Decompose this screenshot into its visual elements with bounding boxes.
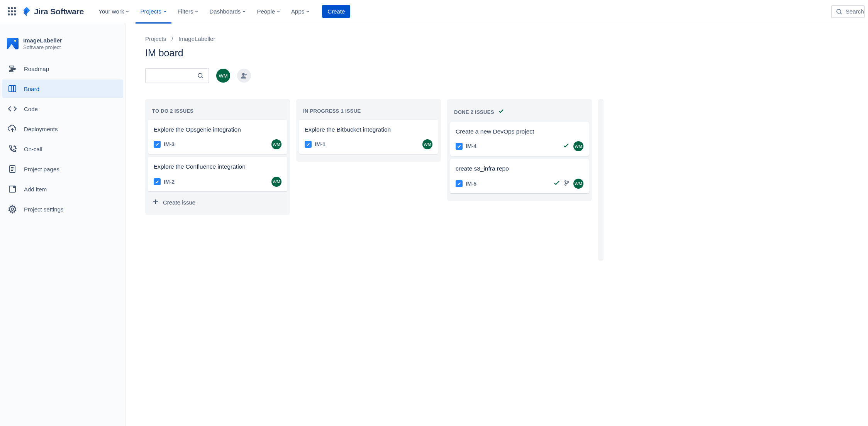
issue-key: IM-3 — [164, 141, 175, 147]
nav-item-people[interactable]: People — [251, 6, 286, 17]
sidebar-item-roadmap[interactable]: Roadmap — [2, 59, 123, 78]
sidebar-item-label: Add item — [24, 186, 47, 193]
sidebar-item-label: Roadmap — [24, 66, 49, 72]
create-button[interactable]: Create — [322, 5, 350, 18]
add-person-icon — [240, 72, 248, 79]
assignee-avatar[interactable]: WM — [573, 179, 583, 189]
column-title: IN PROGRESS 1 ISSUE — [303, 108, 361, 114]
nav-item-label: Filters — [178, 8, 193, 15]
svg-line-18 — [202, 77, 203, 78]
board-controls: WM — [145, 68, 868, 83]
svg-line-1 — [840, 13, 841, 14]
breadcrumb-projects[interactable]: Projects — [145, 36, 166, 42]
search-icon — [197, 72, 204, 79]
nav-item-apps[interactable]: Apps — [286, 6, 315, 17]
task-type-icon — [456, 180, 463, 187]
issue-card[interactable]: Create a new DevOps projectIM-4WM — [450, 122, 589, 156]
sidebar-item-board[interactable]: Board — [2, 79, 123, 98]
global-search-input[interactable]: Search — [831, 5, 865, 18]
svg-point-0 — [837, 9, 841, 14]
board-icon — [8, 84, 17, 93]
svg-point-10 — [15, 148, 16, 149]
column-title: TO DO 2 ISSUES — [152, 108, 193, 114]
column-title: DONE 2 ISSUES — [454, 109, 494, 115]
pages-icon — [8, 164, 17, 174]
breadcrumb-project[interactable]: ImageLabeller — [178, 36, 215, 42]
assignee-avatar[interactable]: WM — [271, 139, 281, 149]
column-to-do: TO DO 2 ISSUESExplore the Opsgenie integ… — [145, 99, 290, 215]
sidebar-nav: RoadmapBoardCodeDeploymentsOn-callProjec… — [0, 59, 125, 218]
issue-card[interactable]: Explore the Bitbucket integrationIM-1WM — [299, 120, 438, 154]
task-type-icon — [456, 143, 463, 150]
nav-item-label: Apps — [291, 8, 304, 15]
done-check-icon — [563, 142, 570, 150]
top-navigation: Jira Software Your workProjectsFiltersDa… — [0, 0, 868, 23]
done-column-check-icon — [498, 108, 504, 116]
issue-title: Explore the Confluence integration — [154, 162, 281, 171]
issue-card[interactable]: Explore the Confluence integrationIM-2WM — [148, 157, 287, 191]
issue-card[interactable]: Explore the Opsgenie integrationIM-3WM — [148, 120, 287, 154]
nav-items: Your workProjectsFiltersDashboardsPeople… — [93, 6, 315, 17]
assignee-avatar[interactable]: WM — [422, 139, 432, 149]
task-type-icon — [154, 141, 161, 148]
create-issue-button[interactable]: Create issue — [148, 194, 287, 210]
column-done: DONE 2 ISSUESCreate a new DevOps project… — [447, 99, 592, 201]
deployments-icon — [8, 124, 17, 134]
sidebar-item-label: Project settings — [24, 206, 64, 213]
done-check-icon — [553, 179, 560, 188]
jira-logo-icon — [22, 7, 32, 17]
column-header[interactable]: TO DO 2 ISSUES — [148, 105, 287, 120]
assignee-avatar[interactable]: WM — [573, 141, 583, 151]
sidebar-item-project-pages[interactable]: Project pages — [2, 160, 123, 178]
svg-point-9 — [15, 147, 16, 147]
search-icon — [836, 8, 843, 15]
user-avatar[interactable]: WM — [216, 69, 230, 83]
nav-item-label: Projects — [140, 8, 161, 15]
app-switcher-icon[interactable] — [5, 5, 18, 18]
breadcrumb: Projects / ImageLabeller — [145, 36, 868, 42]
add-people-button[interactable] — [237, 69, 251, 83]
column-header[interactable]: DONE 2 ISSUES — [450, 105, 589, 122]
main-content: Projects / ImageLabeller IM board WM TO … — [126, 23, 868, 426]
issue-card[interactable]: create s3_infra repoIM-5WM — [450, 159, 589, 193]
assignee-avatar[interactable]: WM — [271, 177, 281, 187]
project-icon — [7, 38, 19, 49]
page-title: IM board — [145, 47, 868, 59]
sidebar-item-deployments[interactable]: Deployments — [2, 120, 123, 138]
nav-item-projects[interactable]: Projects — [135, 6, 172, 17]
project-type: Software project — [23, 44, 62, 50]
nav-item-your-work[interactable]: Your work — [93, 6, 135, 17]
svg-point-24 — [568, 181, 569, 183]
nav-item-dashboards[interactable]: Dashboards — [204, 6, 251, 17]
column-in-progress: IN PROGRESS 1 ISSUEExplore the Bitbucket… — [296, 99, 441, 162]
sidebar-item-label: Deployments — [24, 126, 58, 132]
sidebar-item-label: Board — [24, 86, 39, 92]
sidebar-item-label: Project pages — [24, 166, 59, 172]
sidebar: ImageLabeller Software project RoadmapBo… — [0, 23, 126, 426]
board-search-input[interactable] — [145, 68, 209, 83]
add-icon — [8, 184, 17, 194]
column-header[interactable]: IN PROGRESS 1 ISSUE — [299, 105, 438, 120]
sidebar-item-code[interactable]: Code — [2, 100, 123, 118]
jira-logo-text: Jira Software — [34, 7, 84, 16]
svg-rect-3 — [11, 68, 15, 69]
sidebar-item-label: On-call — [24, 146, 42, 152]
plus-icon — [152, 198, 159, 206]
issue-title: Explore the Bitbucket integration — [305, 125, 432, 134]
task-type-icon — [305, 141, 312, 148]
sidebar-item-add-item[interactable]: Add item — [2, 180, 123, 198]
sidebar-item-on-call[interactable]: On-call — [2, 140, 123, 158]
nav-item-filters[interactable]: Filters — [172, 6, 204, 17]
kanban-board: TO DO 2 ISSUESExplore the Opsgenie integ… — [145, 99, 868, 261]
nav-item-label: Your work — [98, 8, 124, 15]
project-header[interactable]: ImageLabeller Software project — [0, 34, 125, 59]
svg-point-17 — [198, 73, 202, 78]
branch-icon — [564, 180, 570, 187]
sidebar-item-project-settings[interactable]: Project settings — [2, 200, 123, 218]
issue-key: IM-2 — [164, 179, 175, 185]
svg-point-22 — [565, 181, 566, 182]
jira-logo[interactable]: Jira Software — [22, 7, 84, 17]
task-type-icon — [154, 178, 161, 185]
code-icon — [8, 104, 17, 113]
column-placeholder — [598, 99, 604, 261]
